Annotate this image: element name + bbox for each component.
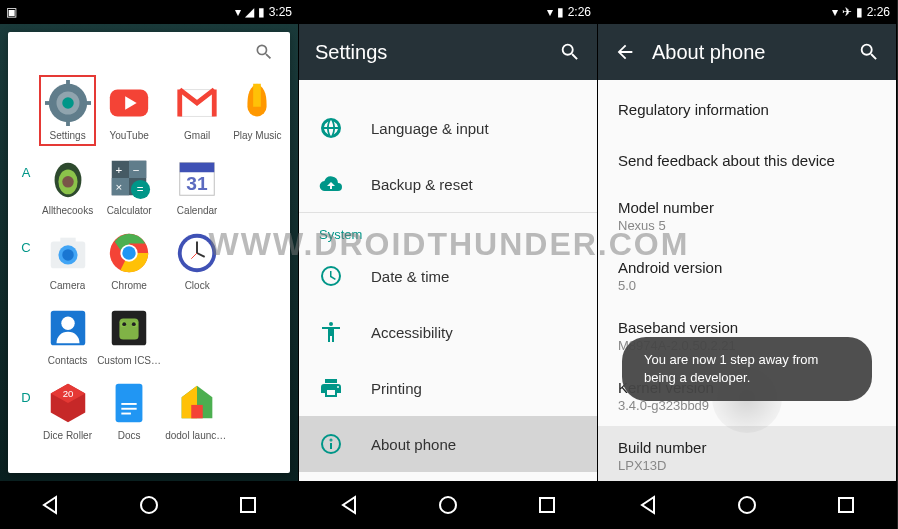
recents-button[interactable] — [834, 493, 858, 517]
recents-button[interactable] — [236, 493, 260, 517]
svg-rect-47 — [121, 413, 131, 415]
app-label: Allthecooks — [42, 205, 93, 216]
svg-rect-46 — [121, 408, 136, 410]
clock-text: 2:26 — [568, 5, 591, 19]
search-icon[interactable] — [858, 41, 880, 63]
app-allthecooks[interactable]: Allthecooks — [40, 151, 95, 220]
settings-list: Language & input Backup & reset System D… — [299, 80, 597, 481]
picture-icon: ▣ — [6, 5, 17, 19]
app-docs[interactable]: Docs — [95, 376, 163, 445]
about-android-version[interactable]: Android version 5.0 — [598, 246, 896, 306]
setting-label: Printing — [371, 380, 422, 397]
svg-rect-40 — [120, 318, 139, 339]
home-button[interactable] — [735, 493, 759, 517]
app-label: Chrome — [111, 280, 147, 291]
info-icon — [319, 432, 343, 456]
app-gmail[interactable]: Gmail — [163, 76, 231, 145]
svg-point-41 — [122, 322, 126, 326]
svg-text:31: 31 — [186, 173, 208, 194]
back-button[interactable] — [636, 493, 660, 517]
setting-date-time[interactable]: Date & time — [299, 248, 597, 304]
svg-point-11 — [62, 176, 74, 188]
clock-text: 2:26 — [867, 5, 890, 19]
signal-icon: ◢ — [245, 5, 254, 19]
about-list: Regulatory information Send feedback abo… — [598, 80, 896, 481]
toolbar-title: Settings — [315, 41, 387, 64]
app-label: Calculator — [107, 205, 152, 216]
item-title: Android version — [618, 259, 876, 276]
app-label: YouTube — [109, 130, 148, 141]
app-label: Play Music — [233, 130, 281, 141]
svg-text:=: = — [137, 183, 144, 195]
about-feedback[interactable]: Send feedback about this device — [598, 135, 896, 186]
app-label: Clock — [185, 280, 210, 291]
print-icon — [319, 376, 343, 400]
svg-point-29 — [122, 246, 135, 259]
item-subtitle: LPX13D — [618, 458, 876, 473]
globe-icon — [319, 116, 343, 140]
battery-icon: ▮ — [557, 5, 564, 19]
item-title: Regulatory information — [618, 101, 876, 118]
app-label: Settings — [50, 130, 86, 141]
phone-app-drawer: ▣ ▾ ◢ ▮ 3:25 Settings YouTube — [0, 0, 299, 529]
item-subtitle: 5.0 — [618, 278, 876, 293]
statusbar: ▾ ▮ 2:26 — [299, 0, 597, 24]
app-calculator[interactable]: +−×= Calculator — [95, 151, 163, 220]
back-button[interactable] — [38, 493, 62, 517]
svg-rect-58 — [839, 498, 853, 512]
app-contacts[interactable]: Contacts — [40, 301, 95, 370]
home-button[interactable] — [436, 493, 460, 517]
setting-label: Language & input — [371, 120, 489, 137]
svg-point-36 — [61, 317, 74, 330]
item-title: Model number — [618, 199, 876, 216]
setting-about-phone[interactable]: About phone — [299, 416, 597, 472]
cloud-upload-icon — [319, 172, 343, 196]
svg-point-57 — [739, 497, 755, 513]
app-label: Custom ICS Sear... — [97, 355, 161, 366]
app-calendar[interactable]: 31 Calendar — [163, 151, 231, 220]
app-dodol[interactable]: dodol launcher — [163, 376, 231, 445]
app-label: Docs — [118, 430, 141, 441]
svg-rect-21 — [180, 163, 215, 173]
app-camera[interactable]: Camera — [40, 226, 95, 295]
app-dice-roller[interactable]: 20 Dice Roller — [40, 376, 95, 445]
drawer-search-row[interactable] — [8, 32, 290, 72]
setting-accessibility[interactable]: Accessibility — [299, 304, 597, 360]
about-regulatory[interactable]: Regulatory information — [598, 84, 896, 135]
app-custom-ics[interactable]: Custom ICS Sear... — [95, 301, 163, 370]
app-youtube[interactable]: YouTube — [95, 76, 163, 145]
setting-label: About phone — [371, 436, 456, 453]
app-chrome[interactable]: Chrome — [95, 226, 163, 295]
svg-rect-45 — [121, 403, 136, 405]
svg-rect-48 — [191, 405, 203, 418]
setting-language[interactable]: Language & input — [299, 100, 597, 156]
toolbar-title: About phone — [652, 41, 858, 64]
airplane-icon: ✈ — [842, 5, 852, 19]
back-arrow-icon[interactable] — [614, 41, 636, 63]
svg-rect-6 — [83, 101, 91, 105]
about-build-number[interactable]: Build number LPX13D — [598, 426, 896, 481]
svg-point-51 — [329, 322, 333, 326]
svg-point-42 — [132, 322, 136, 326]
svg-text:+: + — [116, 164, 123, 176]
app-play-music[interactable]: Play Music — [231, 76, 283, 145]
about-model[interactable]: Model number Nexus 5 — [598, 186, 896, 246]
index-letter: C — [12, 226, 40, 295]
app-settings[interactable]: Settings — [40, 76, 95, 145]
svg-rect-3 — [66, 80, 70, 88]
setting-backup[interactable]: Backup & reset — [299, 156, 597, 212]
search-icon[interactable] — [559, 41, 581, 63]
navbar — [0, 481, 298, 529]
app-clock[interactable]: Clock — [163, 226, 231, 295]
wifi-icon: ▾ — [235, 5, 241, 19]
developer-toast: You are now 1 step away from being a dev… — [622, 337, 872, 401]
navbar — [598, 481, 896, 529]
app-label: Calendar — [177, 205, 218, 216]
recents-button[interactable] — [535, 493, 559, 517]
back-button[interactable] — [337, 493, 361, 517]
statusbar: ▣ ▾ ◢ ▮ 3:25 — [0, 0, 298, 24]
settings-toolbar: Settings — [299, 24, 597, 80]
setting-printing[interactable]: Printing — [299, 360, 597, 416]
home-button[interactable] — [137, 493, 161, 517]
statusbar: ▾ ✈ ▮ 2:26 — [598, 0, 896, 24]
